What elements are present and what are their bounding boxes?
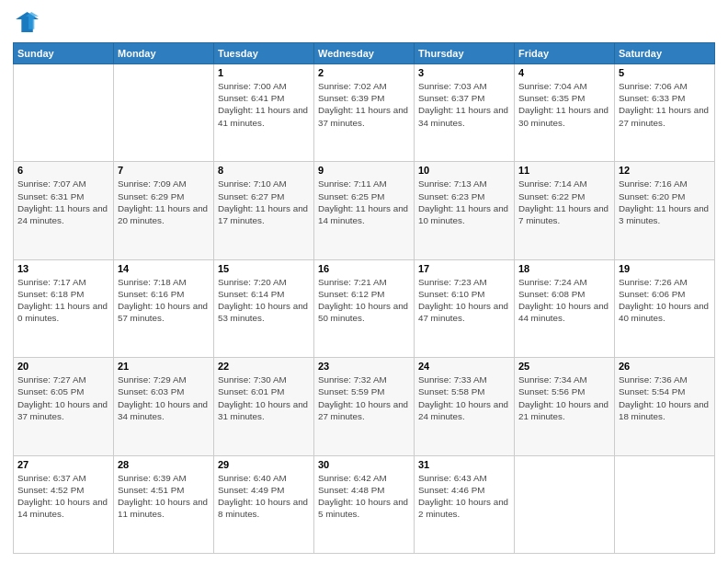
calendar-cell: 6Sunrise: 7:07 AM Sunset: 6:31 PM Daylig…: [14, 162, 114, 259]
calendar-cell: 21Sunrise: 7:29 AM Sunset: 6:03 PM Dayli…: [114, 358, 214, 455]
calendar-cell: 23Sunrise: 7:32 AM Sunset: 5:59 PM Dayli…: [314, 358, 415, 455]
day-header-friday: Friday: [515, 43, 615, 64]
day-number: 5: [619, 67, 711, 78]
day-info: Sunrise: 7:18 AM Sunset: 6:16 PM Dayligh…: [118, 276, 210, 325]
day-info: Sunrise: 6:42 AM Sunset: 4:48 PM Dayligh…: [318, 472, 410, 521]
day-info: Sunrise: 7:04 AM Sunset: 6:35 PM Dayligh…: [518, 80, 610, 129]
day-header-sunday: Sunday: [14, 43, 114, 64]
calendar-cell: [615, 455, 715, 553]
day-info: Sunrise: 7:02 AM Sunset: 6:39 PM Dayligh…: [318, 80, 410, 129]
day-number: 12: [619, 165, 711, 176]
day-number: 26: [619, 361, 711, 372]
calendar-cell: 18Sunrise: 7:24 AM Sunset: 6:08 PM Dayli…: [515, 259, 615, 357]
calendar-cell: 4Sunrise: 7:04 AM Sunset: 6:35 PM Daylig…: [515, 64, 615, 162]
day-number: 8: [218, 165, 310, 176]
calendar-cell: 22Sunrise: 7:30 AM Sunset: 6:01 PM Dayli…: [214, 358, 314, 455]
week-row-2: 6Sunrise: 7:07 AM Sunset: 6:31 PM Daylig…: [14, 162, 715, 259]
day-info: Sunrise: 7:14 AM Sunset: 6:22 PM Dayligh…: [518, 178, 610, 226]
day-info: Sunrise: 6:39 AM Sunset: 4:51 PM Dayligh…: [118, 472, 210, 521]
calendar-cell: 27Sunrise: 6:37 AM Sunset: 4:52 PM Dayli…: [14, 455, 114, 553]
calendar-cell: 3Sunrise: 7:03 AM Sunset: 6:37 PM Daylig…: [415, 64, 515, 162]
logo-icon: [13, 9, 39, 35]
day-info: Sunrise: 7:09 AM Sunset: 6:29 PM Dayligh…: [118, 178, 210, 226]
day-info: Sunrise: 7:24 AM Sunset: 6:08 PM Dayligh…: [518, 276, 610, 325]
day-number: 16: [318, 263, 410, 274]
day-header-thursday: Thursday: [415, 43, 515, 64]
day-header-saturday: Saturday: [615, 43, 715, 64]
header: [13, 9, 715, 35]
calendar-cell: 28Sunrise: 6:39 AM Sunset: 4:51 PM Dayli…: [114, 455, 214, 553]
calendar-cell: 9Sunrise: 7:11 AM Sunset: 6:25 PM Daylig…: [314, 162, 415, 259]
day-info: Sunrise: 7:16 AM Sunset: 6:20 PM Dayligh…: [619, 178, 711, 226]
day-number: 17: [418, 263, 510, 274]
day-number: 4: [518, 67, 610, 78]
day-number: 31: [418, 459, 510, 470]
day-number: 28: [118, 459, 210, 470]
calendar-cell: 25Sunrise: 7:34 AM Sunset: 5:56 PM Dayli…: [515, 358, 615, 455]
day-info: Sunrise: 7:23 AM Sunset: 6:10 PM Dayligh…: [418, 276, 510, 325]
calendar-cell: 16Sunrise: 7:21 AM Sunset: 6:12 PM Dayli…: [314, 259, 415, 357]
calendar-cell: 11Sunrise: 7:14 AM Sunset: 6:22 PM Dayli…: [515, 162, 615, 259]
calendar-cell: 13Sunrise: 7:17 AM Sunset: 6:18 PM Dayli…: [14, 259, 114, 357]
day-info: Sunrise: 7:29 AM Sunset: 6:03 PM Dayligh…: [118, 373, 210, 422]
day-number: 10: [418, 165, 510, 176]
day-info: Sunrise: 7:27 AM Sunset: 6:05 PM Dayligh…: [17, 373, 109, 422]
day-info: Sunrise: 6:37 AM Sunset: 4:52 PM Dayligh…: [17, 472, 109, 521]
day-number: 23: [318, 361, 410, 372]
calendar-cell: 30Sunrise: 6:42 AM Sunset: 4:48 PM Dayli…: [314, 455, 415, 553]
day-info: Sunrise: 7:13 AM Sunset: 6:23 PM Dayligh…: [418, 178, 510, 226]
calendar-cell: 8Sunrise: 7:10 AM Sunset: 6:27 PM Daylig…: [214, 162, 314, 259]
calendar-cell: 10Sunrise: 7:13 AM Sunset: 6:23 PM Dayli…: [415, 162, 515, 259]
day-number: 25: [518, 361, 610, 372]
calendar-cell: 12Sunrise: 7:16 AM Sunset: 6:20 PM Dayli…: [615, 162, 715, 259]
day-info: Sunrise: 7:17 AM Sunset: 6:18 PM Dayligh…: [17, 276, 109, 325]
day-info: Sunrise: 7:06 AM Sunset: 6:33 PM Dayligh…: [619, 80, 711, 129]
day-number: 2: [318, 67, 410, 78]
day-info: Sunrise: 7:10 AM Sunset: 6:27 PM Dayligh…: [218, 178, 310, 226]
day-info: Sunrise: 7:00 AM Sunset: 6:41 PM Dayligh…: [218, 80, 310, 129]
page: SundayMondayTuesdayWednesdayThursdayFrid…: [0, 0, 728, 563]
week-row-3: 13Sunrise: 7:17 AM Sunset: 6:18 PM Dayli…: [14, 259, 715, 357]
day-info: Sunrise: 7:32 AM Sunset: 5:59 PM Dayligh…: [318, 373, 410, 422]
day-number: 1: [218, 67, 310, 78]
calendar-cell: 15Sunrise: 7:20 AM Sunset: 6:14 PM Dayli…: [214, 259, 314, 357]
day-info: Sunrise: 6:43 AM Sunset: 4:46 PM Dayligh…: [418, 472, 510, 521]
day-number: 15: [218, 263, 310, 274]
day-info: Sunrise: 7:03 AM Sunset: 6:37 PM Dayligh…: [418, 80, 510, 129]
day-info: Sunrise: 7:34 AM Sunset: 5:56 PM Dayligh…: [518, 373, 610, 422]
day-info: Sunrise: 6:40 AM Sunset: 4:49 PM Dayligh…: [218, 472, 310, 521]
calendar-cell: 20Sunrise: 7:27 AM Sunset: 6:05 PM Dayli…: [14, 358, 114, 455]
week-row-5: 27Sunrise: 6:37 AM Sunset: 4:52 PM Dayli…: [14, 455, 715, 553]
day-info: Sunrise: 7:36 AM Sunset: 5:54 PM Dayligh…: [619, 373, 711, 422]
logo: [13, 9, 42, 35]
day-header-monday: Monday: [114, 43, 214, 64]
day-number: 19: [619, 263, 711, 274]
calendar-cell: 1Sunrise: 7:00 AM Sunset: 6:41 PM Daylig…: [214, 64, 314, 162]
calendar-cell: 17Sunrise: 7:23 AM Sunset: 6:10 PM Dayli…: [415, 259, 515, 357]
day-info: Sunrise: 7:07 AM Sunset: 6:31 PM Dayligh…: [17, 178, 109, 226]
day-info: Sunrise: 7:11 AM Sunset: 6:25 PM Dayligh…: [318, 178, 410, 226]
day-number: 11: [518, 165, 610, 176]
day-header-tuesday: Tuesday: [214, 43, 314, 64]
day-number: 3: [418, 67, 510, 78]
header-row: SundayMondayTuesdayWednesdayThursdayFrid…: [14, 43, 715, 64]
day-number: 18: [518, 263, 610, 274]
day-info: Sunrise: 7:30 AM Sunset: 6:01 PM Dayligh…: [218, 373, 310, 422]
day-number: 29: [218, 459, 310, 470]
calendar-table: SundayMondayTuesdayWednesdayThursdayFrid…: [13, 42, 715, 554]
day-number: 14: [118, 263, 210, 274]
day-info: Sunrise: 7:33 AM Sunset: 5:58 PM Dayligh…: [418, 373, 510, 422]
day-number: 6: [17, 165, 109, 176]
calendar-cell: [114, 64, 214, 162]
day-number: 13: [17, 263, 109, 274]
day-number: 27: [17, 459, 109, 470]
calendar-cell: 19Sunrise: 7:26 AM Sunset: 6:06 PM Dayli…: [615, 259, 715, 357]
day-header-wednesday: Wednesday: [314, 43, 415, 64]
calendar-cell: 2Sunrise: 7:02 AM Sunset: 6:39 PM Daylig…: [314, 64, 415, 162]
day-number: 20: [17, 361, 109, 372]
day-number: 9: [318, 165, 410, 176]
calendar-cell: 29Sunrise: 6:40 AM Sunset: 4:49 PM Dayli…: [214, 455, 314, 553]
day-info: Sunrise: 7:26 AM Sunset: 6:06 PM Dayligh…: [619, 276, 711, 325]
day-number: 30: [318, 459, 410, 470]
calendar-cell: 14Sunrise: 7:18 AM Sunset: 6:16 PM Dayli…: [114, 259, 214, 357]
